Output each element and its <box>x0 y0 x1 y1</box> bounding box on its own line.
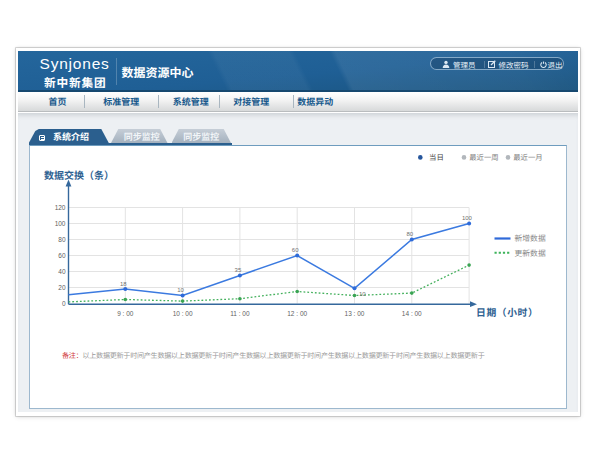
svg-text:最近一月: 最近一月 <box>513 151 543 162</box>
svg-text:100: 100 <box>462 213 473 222</box>
svg-text:10: 10 <box>177 285 184 294</box>
svg-text:9 : 00: 9 : 00 <box>117 308 134 318</box>
svg-text:35: 35 <box>235 265 242 274</box>
svg-text:当日: 当日 <box>429 151 444 162</box>
svg-text:120: 120 <box>55 202 66 212</box>
svg-text:新增数据: 新增数据 <box>515 232 546 243</box>
svg-text:20: 20 <box>58 282 66 292</box>
svg-text:数据交换（条）: 数据交换（条） <box>44 167 114 182</box>
svg-text:60: 60 <box>58 250 66 260</box>
svg-text:10 : 00: 10 : 00 <box>173 308 193 318</box>
svg-text:日期（小时）: 日期（小时） <box>476 305 538 319</box>
svg-text:更新数据: 更新数据 <box>515 247 546 258</box>
svg-text:80: 80 <box>58 234 66 244</box>
svg-text:40: 40 <box>58 266 66 276</box>
svg-text:11 : 00: 11 : 00 <box>230 308 250 318</box>
svg-text:18: 18 <box>120 279 127 288</box>
svg-text:10: 10 <box>359 289 366 298</box>
svg-text:0: 0 <box>62 298 66 308</box>
svg-text:60: 60 <box>292 245 299 254</box>
svg-text:12 : 00: 12 : 00 <box>287 308 307 318</box>
svg-text:14 : 00: 14 : 00 <box>402 308 422 318</box>
svg-text:13 : 00: 13 : 00 <box>345 308 365 318</box>
svg-text:100: 100 <box>55 218 66 228</box>
svg-text:80: 80 <box>406 229 413 238</box>
svg-text:最近一周: 最近一周 <box>469 151 499 162</box>
